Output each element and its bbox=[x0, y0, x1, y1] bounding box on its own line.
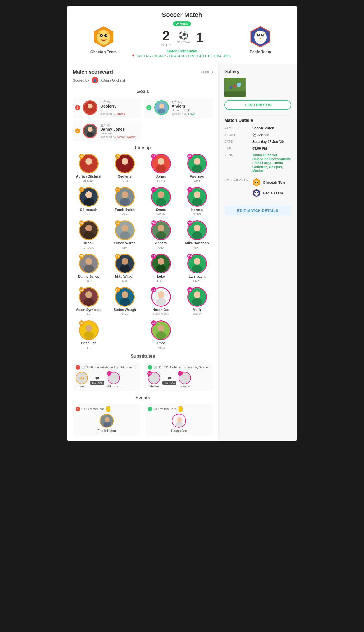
player-card: 67 Stefen Waugh STEF bbox=[109, 287, 141, 316]
match-details-section: Match Details NAME Soccer Match SPORT ⚽ … bbox=[224, 118, 291, 215]
svg-point-106 bbox=[255, 192, 256, 193]
sub-in-player: 42 Svane bbox=[179, 372, 191, 388]
svg-point-21 bbox=[88, 127, 93, 132]
right-panel: Gallery + ADD PHOTOS bbox=[218, 64, 297, 441]
detail-venue-value[interactable]: Tuxtla Gutierrez - Chiapa de CorzoSatéli… bbox=[252, 153, 291, 173]
player-number: 56 bbox=[79, 320, 84, 326]
gallery-image bbox=[224, 78, 246, 97]
detail-row-venue: VENUE Tuxtla Gutierrez - Chiapa de Corzo… bbox=[224, 153, 291, 173]
goal-player-image bbox=[83, 124, 97, 138]
player-number: 236 bbox=[115, 154, 120, 159]
svg-point-45 bbox=[194, 191, 200, 198]
goal-player-image bbox=[83, 100, 97, 115]
goal-type: Chip bbox=[100, 108, 139, 112]
player-number: 34 bbox=[151, 154, 156, 159]
svg-point-101 bbox=[254, 180, 259, 185]
goal-info: 17th Min Anders Scissor Kick Assisted by… bbox=[172, 100, 211, 116]
player-name: Malik bbox=[193, 308, 201, 312]
right-team-logo bbox=[249, 25, 272, 48]
participants-list: Cheetah Team Eagle T bbox=[252, 178, 291, 199]
participant-item: Eagle Team bbox=[252, 189, 291, 197]
lineup-grid: 48 Adrian Gilchrist ADRIAN 236 Geoferry … bbox=[73, 154, 213, 349]
player-name: Frank linden bbox=[115, 208, 135, 212]
svg-point-79 bbox=[156, 298, 166, 306]
sport-label: SOCCER bbox=[177, 41, 190, 44]
goal-info: 21st Min Danny Jones Header Assisted by … bbox=[100, 123, 139, 139]
svg-point-43 bbox=[156, 198, 166, 206]
player-code: AMOS bbox=[157, 346, 165, 349]
player-name: Amos bbox=[156, 341, 165, 345]
player-image-wrap: 23 bbox=[151, 254, 171, 273]
player-card: 42 Svane SVANE bbox=[145, 187, 177, 216]
player-name: Svane bbox=[156, 208, 166, 212]
edit-match-details-button[interactable]: EDIT MATCH DETAILS bbox=[224, 206, 291, 215]
svg-point-81 bbox=[194, 291, 200, 298]
svg-point-1 bbox=[97, 30, 110, 45]
event-player-name: Hasan Jas bbox=[171, 429, 187, 433]
gallery-title: Gallery bbox=[224, 69, 291, 74]
player-card: 32 Hasan Jas HASAN JAS bbox=[145, 287, 177, 316]
svg-point-39 bbox=[122, 191, 128, 198]
player-number: 245 bbox=[151, 220, 156, 226]
add-photos-button[interactable]: + ADD PHOTOS bbox=[224, 100, 291, 110]
player-name: Geoferry bbox=[118, 175, 132, 178]
player-number: 23 bbox=[151, 254, 156, 259]
player-number: 32 bbox=[187, 287, 192, 292]
svg-point-67 bbox=[156, 265, 166, 273]
player-image-wrap: 23 bbox=[79, 187, 99, 207]
goal-player-image bbox=[154, 100, 169, 115]
player-card: 222 Frank linden REE bbox=[109, 187, 141, 216]
participant-name: Cheetah Team bbox=[263, 180, 288, 185]
svg-point-12 bbox=[258, 34, 259, 35]
player-number: 35 bbox=[79, 254, 84, 259]
detail-row-sport: SPORT ⚽ Soccer bbox=[224, 133, 291, 137]
player-image-wrap: 48 bbox=[79, 154, 99, 173]
player-code: MALIK bbox=[193, 313, 201, 316]
svg-point-34 bbox=[192, 165, 202, 173]
svg-point-91 bbox=[103, 422, 111, 428]
location-icon: 📍 bbox=[131, 54, 135, 58]
svg-point-82 bbox=[192, 298, 202, 306]
svg-point-28 bbox=[120, 165, 130, 173]
sub-description: 11' 00" Steffen substituted by Svane : bbox=[158, 366, 210, 369]
right-score: 1 bbox=[196, 30, 203, 45]
player-name: Brian Lee bbox=[81, 341, 96, 345]
scorecard-header: Match scorecard EMBED bbox=[73, 69, 213, 75]
goal-player-name: Danny Jones bbox=[100, 127, 139, 131]
svg-point-72 bbox=[85, 291, 92, 298]
clock-icon: 🕐 bbox=[153, 366, 157, 369]
player-code: HASAN JAS bbox=[153, 313, 169, 316]
svg-point-46 bbox=[192, 198, 202, 206]
detail-date-value: Saturday 27 Jun '20 bbox=[252, 140, 291, 144]
scorer-name: Adrian Gilchrist bbox=[101, 78, 125, 82]
player-image-wrap: 232 bbox=[187, 220, 207, 240]
player-name: Adrian Gilchrist bbox=[76, 175, 101, 178]
player-card: 56 Brian Lee BR bbox=[73, 320, 104, 349]
player-code: STEF bbox=[121, 313, 129, 316]
svg-point-27 bbox=[122, 158, 128, 165]
player-image-wrap: 43 bbox=[151, 320, 171, 340]
yellow-card-icon bbox=[179, 406, 183, 412]
sub-out-number: 349 bbox=[147, 371, 152, 376]
embed-link[interactable]: EMBED bbox=[201, 70, 213, 74]
subs-grid: 1 🕐 9' 00" joe substituted by Gill mcrat… bbox=[73, 362, 213, 391]
svg-point-64 bbox=[120, 265, 130, 273]
yellow-card-icon bbox=[106, 406, 110, 412]
player-number: 89 bbox=[79, 220, 84, 226]
player-card: 32 Malik MALIK bbox=[181, 287, 213, 316]
player-code: MIK bbox=[122, 280, 127, 283]
player-code: DROOK bbox=[83, 246, 94, 249]
player-card: 34 Johan JO9HA bbox=[145, 154, 177, 183]
player-image-wrap: 56 bbox=[79, 320, 99, 340]
sub-header: 1 🕐 11' 00" Steffen substituted by Svane… bbox=[148, 365, 210, 370]
svg-point-63 bbox=[122, 258, 128, 265]
player-card: 236 Geoferry GEO bbox=[109, 154, 141, 183]
svg-point-73 bbox=[84, 298, 94, 306]
svg-point-78 bbox=[158, 291, 164, 298]
svg-point-90 bbox=[105, 417, 110, 422]
player-card: 67 Aputsiaq APU bbox=[181, 154, 213, 183]
participant-logo bbox=[252, 189, 261, 197]
player-number: 42 bbox=[151, 187, 156, 192]
match-venue[interactable]: 📍 TUXTLA GUTIERREZ - CHIAPA DE CORZOSATÉ… bbox=[131, 54, 233, 58]
goals-label: GOALS bbox=[161, 43, 171, 47]
